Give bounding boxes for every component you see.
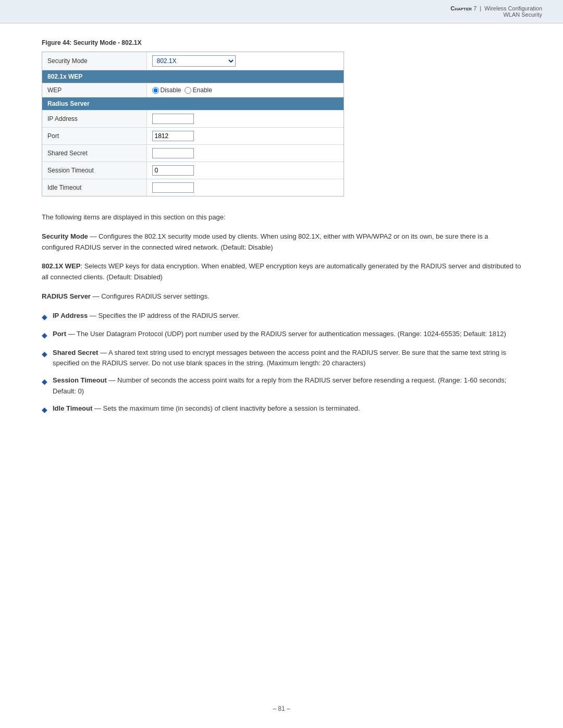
- list-item: ◆Shared Secret — A shared text string us…: [42, 348, 521, 369]
- table-row: Idle Timeout: [42, 179, 344, 196]
- field-label: IP Address: [42, 110, 146, 128]
- bullet-diamond-icon: ◆: [42, 348, 47, 360]
- chapter-word: Chapter: [450, 5, 472, 11]
- field-value: [146, 110, 344, 128]
- bullet-text: Session Timeout — Number of seconds the …: [53, 375, 521, 397]
- field-label: Security Mode: [42, 52, 146, 70]
- bullet-term: Port: [53, 330, 66, 338]
- page-wrapper: Chapter 7 | Wireless Configuration WLAN …: [0, 0, 563, 728]
- bullet-text: IP Address — Specifies the IP address of…: [53, 311, 240, 322]
- body-paragraphs: Security Mode — Configures the 802.1X se…: [42, 231, 521, 302]
- field-value: [146, 128, 344, 145]
- field-label: WEP: [42, 83, 146, 97]
- section-header-cell: 802.1x WEP: [42, 70, 344, 83]
- page-footer: – 81 –: [0, 705, 563, 712]
- body-paragraph: Security Mode — Configures the 802.1X se…: [42, 231, 521, 253]
- bullet-term: IP Address: [53, 312, 88, 319]
- field-label: Idle Timeout: [42, 179, 146, 196]
- bullet-term: Session Timeout: [53, 376, 107, 384]
- page-header: Chapter 7 | Wireless Configuration WLAN …: [0, 0, 563, 23]
- bullet-list: ◆IP Address — Specifies the IP address o…: [42, 311, 521, 415]
- bullet-diamond-icon: ◆: [42, 404, 47, 415]
- list-item: ◆Idle Timeout — Sets the maximum time (i…: [42, 403, 521, 415]
- table-row: Security Mode802.1XWPAWPA2Disabled: [42, 52, 344, 70]
- text-input[interactable]: [152, 148, 194, 158]
- term-bold: 802.1X WEP: [42, 262, 80, 270]
- text-input[interactable]: [152, 182, 194, 193]
- body-paragraph: 802.1X WEP: Selects WEP keys for data en…: [42, 261, 521, 283]
- header-chapter-line: Chapter 7 | Wireless Configuration: [450, 5, 542, 11]
- chapter-title: Wireless Configuration: [484, 5, 542, 11]
- chapter-separator: |: [478, 5, 484, 11]
- table-row: 802.1x WEP: [42, 70, 344, 83]
- radio-input[interactable]: [152, 87, 159, 94]
- radio-group: Disable Enable: [152, 87, 339, 94]
- radio-label: Enable: [185, 87, 212, 94]
- page-number: – 81 –: [273, 705, 290, 712]
- security-mode-select[interactable]: 802.1XWPAWPA2Disabled: [152, 55, 236, 67]
- field-label: Port: [42, 128, 146, 145]
- bullet-text: Shared Secret — A shared text string use…: [53, 348, 521, 369]
- field-label: Session Timeout: [42, 162, 146, 179]
- bullet-text: Idle Timeout — Sets the maximum time (in…: [53, 403, 360, 414]
- table-row: Radius Server: [42, 97, 344, 110]
- section-header-cell: Radius Server: [42, 97, 344, 110]
- config-table: Security Mode802.1XWPAWPA2Disabled802.1x…: [42, 52, 344, 196]
- field-label: Shared Secret: [42, 145, 146, 162]
- table-row: Shared Secret: [42, 145, 344, 162]
- radio-input[interactable]: [185, 87, 191, 94]
- field-value: [146, 162, 344, 179]
- bullet-term: Idle Timeout: [53, 404, 92, 412]
- header-subtitle: WLAN Security: [450, 11, 542, 18]
- bullet-diamond-icon: ◆: [42, 329, 47, 341]
- table-row: IP Address: [42, 110, 344, 128]
- main-content: Figure 44: Security Mode - 802.1X Securi…: [0, 23, 563, 455]
- text-input[interactable]: [152, 114, 194, 124]
- radio-label: Disable: [152, 87, 181, 94]
- text-input[interactable]: [152, 131, 194, 141]
- table-row: WEP Disable Enable: [42, 83, 344, 97]
- field-value: Disable Enable: [146, 83, 344, 97]
- list-item: ◆Session Timeout — Number of seconds the…: [42, 375, 521, 397]
- bullet-diamond-icon: ◆: [42, 376, 47, 387]
- field-value: [146, 179, 344, 196]
- bullet-term: Shared Secret: [53, 349, 98, 356]
- text-input[interactable]: [152, 165, 194, 176]
- bullet-text: Port — The User Datagram Protocol (UDP) …: [53, 329, 506, 340]
- config-table-wrapper: Security Mode802.1XWPAWPA2Disabled802.1x…: [42, 52, 344, 196]
- body-intro: The following items are displayed in thi…: [42, 212, 521, 223]
- bullet-diamond-icon: ◆: [42, 311, 47, 323]
- body-paragraph: RADIUS Server — Configures RADIUS server…: [42, 291, 521, 302]
- header-right: Chapter 7 | Wireless Configuration WLAN …: [450, 5, 542, 18]
- field-value: [146, 145, 344, 162]
- figure-caption: Figure 44: Security Mode - 802.1X: [42, 39, 521, 46]
- term-bold: Security Mode: [42, 232, 88, 240]
- table-row: Port: [42, 128, 344, 145]
- term-bold: RADIUS Server: [42, 292, 91, 300]
- list-item: ◆IP Address — Specifies the IP address o…: [42, 311, 521, 323]
- list-item: ◆Port — The User Datagram Protocol (UDP)…: [42, 329, 521, 341]
- table-row: Session Timeout: [42, 162, 344, 179]
- field-value: 802.1XWPAWPA2Disabled: [146, 52, 344, 70]
- chapter-number: 7: [473, 5, 476, 11]
